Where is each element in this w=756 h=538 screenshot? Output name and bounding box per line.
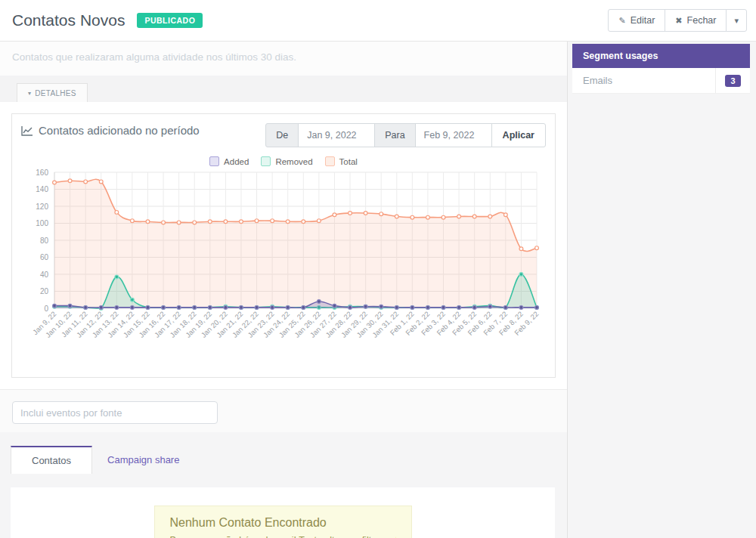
apply-button[interactable]: Aplicar: [491, 123, 546, 147]
date-from-label: De: [265, 123, 299, 147]
close-button[interactable]: ✖ Fechar: [665, 9, 727, 32]
segment-usages-header: Segment usages: [572, 44, 750, 68]
legend-label-total: Total: [339, 157, 358, 166]
tab-campaign-share[interactable]: Campaign share: [92, 446, 194, 474]
chevron-down-icon: ▾: [28, 90, 31, 97]
close-button-label: Fechar: [687, 15, 717, 26]
main-column: Contatos que realizaram alguma atividade…: [0, 42, 567, 538]
segment-description: Contatos que realizaram alguma atividade…: [0, 42, 567, 76]
edit-button-label: Editar: [631, 15, 655, 26]
legend-swatch-total: [325, 156, 335, 166]
usage-row-count-cell: 3: [715, 68, 750, 93]
empty-state-title: Nenhum Contato Encontrado: [170, 516, 396, 530]
legend-swatch-removed: [261, 156, 271, 166]
right-sidebar: Segment usages Emails 3: [567, 42, 756, 538]
legend-item-added[interactable]: Added: [209, 156, 249, 166]
legend-item-total[interactable]: Total: [325, 156, 358, 166]
legend-swatch-added: [209, 156, 219, 166]
page-title: Contatos Novos: [12, 11, 125, 29]
date-from-input[interactable]: [298, 123, 375, 147]
more-actions-button[interactable]: ▾: [726, 9, 747, 32]
status-badge: PUBLICADO: [137, 13, 203, 28]
details-toggle-label: DETALHES: [35, 89, 76, 97]
chevron-down-icon: ▾: [734, 16, 739, 26]
legend-label-added: Added: [224, 157, 249, 166]
contacts-chart-svg: 020406080100120140160Jan 9, 22Jan 10, 22…: [21, 166, 544, 360]
events-filter-strip: [0, 389, 567, 432]
usage-row-label: Emails: [572, 68, 715, 93]
top-header: Contatos Novos PUBLICADO ✎ Editar ✖ Fech…: [0, 0, 756, 42]
chart-title: Contatos adicionado no período: [21, 123, 210, 138]
edit-button[interactable]: ✎ Editar: [608, 9, 665, 32]
legend-item-removed[interactable]: Removed: [261, 156, 312, 166]
chart-card: Contatos adicionado no período De Para A…: [11, 113, 556, 378]
tab-content-panel: Nenhum Contato Encontrado Parece que não…: [11, 487, 555, 538]
svg-text:20: 20: [40, 287, 49, 295]
empty-state-message: Parece que não há nada aqui! Tente alter…: [170, 535, 396, 538]
chart-title-text: Contatos adicionado no período: [39, 123, 200, 138]
page: Contatos Novos PUBLICADO ✎ Editar ✖ Fech…: [0, 0, 756, 538]
svg-text:120: 120: [36, 203, 48, 211]
svg-text:100: 100: [36, 219, 48, 227]
usage-count-badge: 3: [725, 75, 740, 87]
pencil-icon: ✎: [618, 16, 625, 26]
empty-state-alert: Nenhum Contato Encontrado Parece que não…: [154, 506, 412, 538]
svg-text:40: 40: [40, 271, 49, 279]
details-panel: Contatos adicionado no período De Para A…: [0, 102, 567, 389]
header-left: Contatos Novos PUBLICADO: [12, 11, 203, 29]
contacts-added-chart: 020406080100120140160Jan 9, 22Jan 10, 22…: [21, 166, 546, 363]
details-toggle-row: ▾ DETALHES: [0, 76, 567, 102]
line-chart-icon: [21, 125, 33, 136]
tab-contatos[interactable]: Contatos: [11, 446, 92, 474]
svg-text:140: 140: [36, 185, 48, 193]
date-range-form: De Para Aplicar: [265, 123, 546, 147]
close-icon: ✖: [675, 16, 682, 26]
legend-label-removed: Removed: [275, 157, 312, 166]
svg-text:160: 160: [36, 169, 48, 177]
chart-legend: AddedRemovedTotal: [21, 156, 546, 166]
events-source-input[interactable]: [12, 401, 218, 424]
date-to-input[interactable]: [415, 123, 492, 147]
details-toggle-button[interactable]: ▾ DETALHES: [17, 83, 88, 102]
tabs-bar: Contatos Campaign share: [11, 446, 567, 474]
date-to-label: Para: [374, 123, 415, 147]
svg-text:80: 80: [40, 237, 49, 245]
header-actions: ✎ Editar ✖ Fechar ▾: [608, 9, 747, 32]
chart-card-header: Contatos adicionado no período De Para A…: [21, 123, 546, 147]
svg-text:0: 0: [44, 305, 48, 313]
svg-text:60: 60: [40, 253, 49, 261]
segment-usage-row-emails[interactable]: Emails 3: [572, 68, 750, 94]
